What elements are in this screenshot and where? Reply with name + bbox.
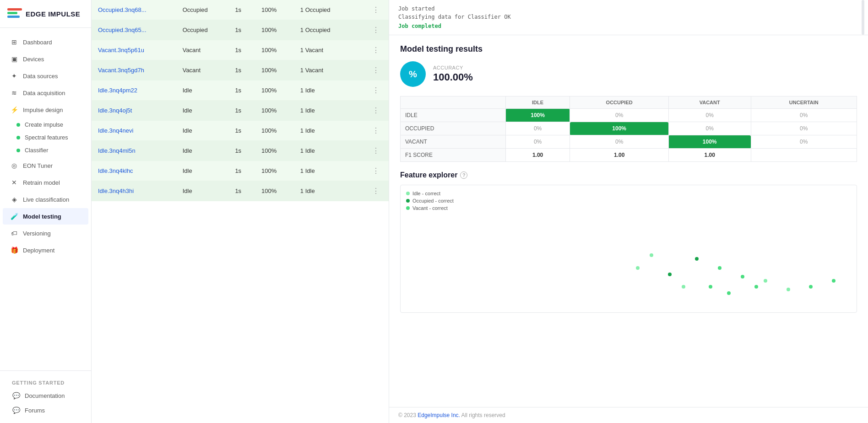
data-acquisition-icon: ≋ <box>10 89 18 97</box>
accuracy-value: 100.00% <box>433 71 473 83</box>
row-accuracy: 100% <box>255 121 294 141</box>
row-result: 1 Occupied <box>294 20 353 40</box>
row-label: Idle <box>176 101 229 121</box>
log-line-2: Classifying data for Classifier OK <box>398 14 859 20</box>
sidebar-item-model-testing[interactable]: 🧪 Model testing <box>3 208 88 225</box>
table-row: Idle.3nq4ml5n Idle 1s 100% 1 Idle ⋮ <box>92 141 389 161</box>
sidebar-item-label: Live classification <box>23 196 69 203</box>
forums-icon: 💬 <box>12 406 20 414</box>
sidebar-item-versioning[interactable]: 🏷 Versioning <box>3 225 88 241</box>
sidebar-item-data-acquisition[interactable]: ≋ Data acquisition <box>3 85 88 101</box>
row-menu-button[interactable]: ⋮ <box>369 186 382 196</box>
row-duration: 1s <box>228 40 255 60</box>
row-menu-button[interactable]: ⋮ <box>369 65 382 75</box>
row-menu[interactable]: ⋮ <box>353 141 389 161</box>
accuracy-details: ACCURACY 100.00% <box>433 65 473 83</box>
sidebar-item-data-sources[interactable]: ✦ Data sources <box>3 68 88 84</box>
row-menu[interactable]: ⋮ <box>353 161 389 181</box>
row-menu[interactable]: ⋮ <box>353 20 389 40</box>
sidebar-item-label: Data sources <box>23 73 58 80</box>
footer-nav-label: Forums <box>25 407 45 414</box>
sidebar-item-forums[interactable]: 💬 Forums <box>7 403 84 418</box>
row-menu-button[interactable]: ⋮ <box>369 145 382 156</box>
data-panel: Occupied.3nq68... Occupied 1s 100% 1 Occ… <box>92 0 389 423</box>
dot-icon <box>16 123 20 127</box>
scatter-dot <box>709 285 712 289</box>
sidebar-item-label: Versioning <box>23 230 51 237</box>
feature-explorer-container: Idle - correctOccupied - correctVacant -… <box>400 185 857 313</box>
matrix-row-label: F1 SCORE <box>401 149 506 162</box>
sidebar-item-impulse-design[interactable]: ⚡ Impulse design <box>3 102 88 118</box>
matrix-col-header: UNCERTAIN <box>751 96 857 109</box>
row-menu[interactable]: ⋮ <box>353 181 389 201</box>
row-label: Idle <box>176 161 229 181</box>
copyright-text: © 2023 <box>398 412 416 418</box>
devices-icon: ▣ <box>10 55 18 63</box>
versioning-icon: 🏷 <box>10 229 18 237</box>
documentation-icon: 💬 <box>12 391 20 400</box>
row-menu[interactable]: ⋮ <box>353 101 389 121</box>
dot-icon <box>16 149 20 152</box>
row-menu-button[interactable]: ⋮ <box>369 25 382 35</box>
sidebar-item-label: Deployment <box>23 247 54 254</box>
matrix-row: IDLE100%0%0%0% <box>401 109 857 122</box>
row-label: Occupied <box>176 0 229 20</box>
row-result: 1 Idle <box>294 161 353 181</box>
sidebar-item-eon-tuner[interactable]: ◎ EON Tuner <box>3 157 88 174</box>
scatter-dot <box>650 253 653 257</box>
sidebar-item-label: Impulse design <box>23 107 63 113</box>
matrix-cell: 100% <box>505 109 570 122</box>
row-accuracy: 100% <box>255 141 294 161</box>
matrix-header-empty <box>401 96 506 109</box>
row-menu[interactable]: ⋮ <box>353 40 389 60</box>
sidebar-item-dashboard[interactable]: ⊞ Dashboard <box>3 34 88 50</box>
sidebar-sub-create-impulse[interactable]: Create impulse <box>0 118 91 131</box>
sidebar-sub-classifier[interactable]: Classifier <box>0 144 91 157</box>
row-menu-button[interactable]: ⋮ <box>369 45 382 55</box>
job-log-panel: Job started Classifying data for Classif… <box>389 0 868 35</box>
row-duration: 1s <box>228 161 255 181</box>
sidebar-item-deployment[interactable]: 🎁 Deployment <box>3 242 88 258</box>
sidebar-item-documentation[interactable]: 💬 Documentation <box>7 388 84 403</box>
row-menu-button[interactable]: ⋮ <box>369 105 382 116</box>
scroll-indicator[interactable] <box>862 0 864 35</box>
matrix-cell: 0% <box>570 135 668 149</box>
help-icon[interactable]: ? <box>460 171 467 179</box>
scatter-dot <box>727 291 731 295</box>
matrix-cell: 100% <box>668 135 751 149</box>
sidebar-sub-spectral-features[interactable]: Spectral features <box>0 131 91 144</box>
data-table: Occupied.3nq68... Occupied 1s 100% 1 Occ… <box>92 0 389 201</box>
row-result: 1 Idle <box>294 80 353 101</box>
sidebar-item-retrain-model[interactable]: ✕ Retrain model <box>3 174 88 191</box>
row-menu[interactable]: ⋮ <box>353 121 389 141</box>
row-menu-button[interactable]: ⋮ <box>369 85 382 96</box>
table-row: Occupied.3nq65... Occupied 1s 100% 1 Occ… <box>92 20 389 40</box>
logo-icon <box>7 8 22 19</box>
row-menu-button[interactable]: ⋮ <box>369 166 382 176</box>
row-menu[interactable]: ⋮ <box>353 80 389 101</box>
sidebar-sub-label: Create impulse <box>25 122 63 128</box>
table-row: Idle.3nq4h3hi Idle 1s 100% 1 Idle ⋮ <box>92 181 389 201</box>
sidebar-item-label: Dashboard <box>23 39 52 46</box>
sidebar-item-label: Retrain model <box>23 179 60 186</box>
impulse-design-icon: ⚡ <box>10 106 18 114</box>
table-row: Idle.3nq4pm22 Idle 1s 100% 1 Idle ⋮ <box>92 80 389 101</box>
table-row: Vacant.3nq5p61u Vacant 1s 100% 1 Vacant … <box>92 40 389 60</box>
row-menu-button[interactable]: ⋮ <box>369 5 382 15</box>
copyright-link[interactable]: EdgeImpulse Inc. <box>418 412 460 418</box>
matrix-cell: 0% <box>668 109 751 122</box>
row-accuracy: 100% <box>255 101 294 121</box>
scatter-dot <box>754 285 758 289</box>
sidebar-item-label: Data acquisition <box>23 90 65 96</box>
dashboard-icon: ⊞ <box>10 38 18 46</box>
scatter-dot <box>682 285 685 289</box>
row-name: Idle.3nq4nevi <box>92 121 176 141</box>
row-menu[interactable]: ⋮ <box>353 60 389 80</box>
row-duration: 1s <box>228 141 255 161</box>
row-menu-button[interactable]: ⋮ <box>369 125 382 136</box>
scatter-dot <box>718 266 722 270</box>
matrix-row-label: OCCUPIED <box>401 122 506 135</box>
row-menu[interactable]: ⋮ <box>353 0 389 20</box>
sidebar-item-live-classification[interactable]: ◈ Live classification <box>3 191 88 208</box>
sidebar-item-devices[interactable]: ▣ Devices <box>3 51 88 67</box>
